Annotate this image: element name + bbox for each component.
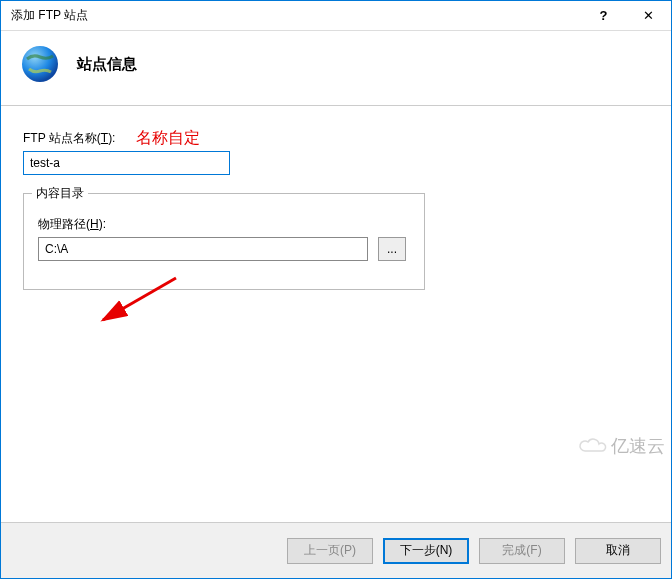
- window-title: 添加 FTP 站点: [1, 7, 581, 24]
- globe-icon: [19, 43, 61, 85]
- help-button[interactable]: ?: [581, 1, 626, 31]
- watermark: 亿速云: [577, 434, 665, 458]
- previous-button: 上一页(P): [287, 538, 373, 564]
- content-directory-group: 内容目录 物理路径(H): ...: [23, 193, 425, 290]
- finish-button: 完成(F): [479, 538, 565, 564]
- add-ftp-site-dialog: 添加 FTP 站点 ? ✕ 站点信息 名称自定: [0, 0, 672, 579]
- annotation-text: 名称自定: [136, 128, 200, 149]
- close-button[interactable]: ✕: [626, 1, 671, 31]
- page-title: 站点信息: [77, 55, 137, 74]
- dialog-content: 名称自定 FTP 站点名称(T): 内容目录 物理路径(H): ...: [1, 106, 671, 522]
- wizard-footer: 上一页(P) 下一步(N) 完成(F) 取消: [1, 522, 671, 578]
- titlebar-buttons: ? ✕: [581, 1, 671, 31]
- physical-path-label: 物理路径(H):: [38, 216, 410, 233]
- next-button[interactable]: 下一步(N): [383, 538, 469, 564]
- site-name-label: FTP 站点名称(T):: [23, 130, 649, 147]
- cloud-icon: [577, 436, 607, 456]
- titlebar: 添加 FTP 站点 ? ✕: [1, 1, 671, 31]
- svg-point-0: [22, 46, 58, 82]
- dialog-header: 站点信息: [1, 31, 671, 106]
- physical-path-input[interactable]: [38, 237, 368, 261]
- watermark-text: 亿速云: [611, 434, 665, 458]
- cancel-button[interactable]: 取消: [575, 538, 661, 564]
- browse-button[interactable]: ...: [378, 237, 406, 261]
- physical-path-row: ...: [38, 237, 410, 261]
- content-directory-legend: 内容目录: [32, 185, 88, 202]
- site-name-input[interactable]: [23, 151, 230, 175]
